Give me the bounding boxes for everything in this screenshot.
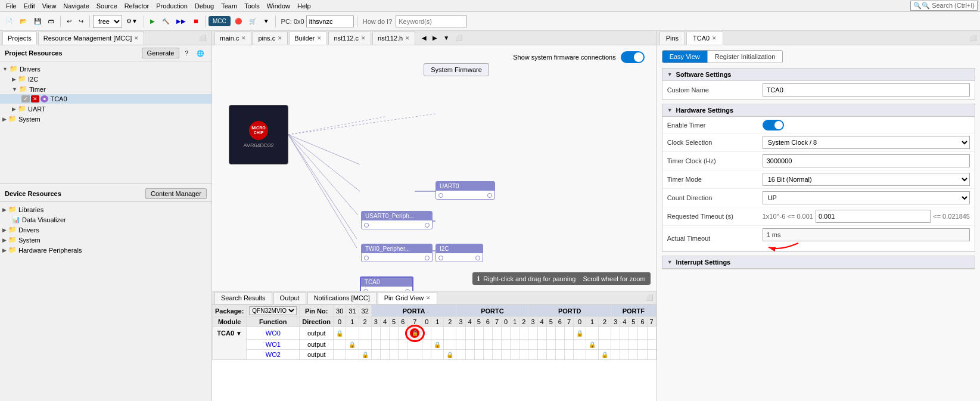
tab-pins[interactable]: Pins	[659, 32, 685, 45]
tree-uart[interactable]: ▶ 📁 UART	[0, 104, 211, 114]
wo0-pc6[interactable]	[483, 327, 492, 340]
wo2-pa2-lock[interactable]: 🔒	[362, 352, 369, 358]
debug-run-btn[interactable]: ▶▶	[173, 16, 189, 26]
firmware-toggle[interactable]	[621, 51, 645, 63]
wo0-pf2[interactable]	[599, 327, 611, 340]
wo2-pc5[interactable]	[474, 350, 483, 360]
wo1-pc1-lock[interactable]: 🔒	[434, 341, 441, 348]
help-btn[interactable]: ?	[182, 48, 191, 58]
menu-production[interactable]: Production	[153, 1, 191, 11]
cart-btn[interactable]: 🛒	[246, 16, 259, 26]
extra-btn2[interactable]: ▼	[260, 16, 272, 26]
tree-system[interactable]: ▶ 📁 System	[0, 114, 211, 124]
wo0-pd7[interactable]	[564, 327, 573, 340]
tab-pin-grid-close[interactable]: ✕	[426, 295, 431, 301]
menu-source[interactable]: Source	[93, 1, 121, 11]
tree-hw-peripherals[interactable]: ▶ 📁 Hardware Peripherals	[0, 245, 211, 255]
wo0-pd5[interactable]	[546, 327, 555, 340]
menu-view[interactable]: View	[39, 1, 60, 11]
tab-pins-c[interactable]: pins.c ✕	[253, 32, 288, 45]
tab-builder-close[interactable]: ✕	[317, 35, 322, 41]
wo0-pd3[interactable]	[528, 327, 537, 340]
wo1-pa7[interactable]	[407, 340, 422, 350]
wo1-pf4[interactable]	[620, 340, 629, 350]
wo2-pc2-lock[interactable]: 🔒	[446, 352, 453, 358]
wo2-pc6[interactable]	[483, 350, 492, 360]
tree-timer[interactable]: ▼ 📁 Timer	[0, 84, 211, 94]
wo2-pc2[interactable]: 🔒	[444, 350, 456, 360]
tab-main-c-close[interactable]: ✕	[241, 35, 246, 41]
build-btn[interactable]: ▶	[147, 16, 158, 26]
wo2-link[interactable]: WO2	[266, 351, 281, 358]
wo0-pd4[interactable]	[537, 327, 546, 340]
wo2-pd0[interactable]	[502, 350, 511, 360]
wo2-pa0[interactable]	[334, 350, 346, 360]
wo1-pa3[interactable]	[371, 340, 380, 350]
wo1-pa6[interactable]	[399, 340, 407, 350]
minimize-left-btn[interactable]: ⬜	[196, 33, 209, 43]
wo0-pa7-lock[interactable]: 🔒	[410, 328, 419, 338]
tree-dev-system[interactable]: ▶ 📁 System	[0, 235, 211, 245]
wo1-pa2[interactable]	[359, 340, 371, 350]
tab-nst112-h[interactable]: nst112.h ✕	[372, 32, 415, 45]
menu-debug[interactable]: Debug	[191, 1, 217, 11]
tab-nst112-h-close[interactable]: ✕	[405, 35, 410, 41]
wo2-pf2-lock[interactable]: 🔒	[601, 352, 608, 358]
wo0-pa4[interactable]	[380, 327, 389, 340]
wo0-pf4[interactable]	[620, 327, 629, 340]
wo1-pd1[interactable]	[511, 340, 519, 350]
wo0-pa3[interactable]	[371, 327, 380, 340]
global-search[interactable]: 🔍 🔍 Search (Ctrl+I)	[910, 1, 978, 11]
twi0-node[interactable]: TWI0_Peripher...	[361, 244, 433, 262]
tree-i2c[interactable]: ▶ 📁 I2C	[0, 74, 211, 84]
wo0-pd6[interactable]	[555, 327, 564, 340]
wo1-link[interactable]: WO1	[266, 341, 281, 348]
wo1-pf1[interactable]: 🔒	[586, 340, 599, 350]
wo0-pa0-lock[interactable]: 🔒	[336, 330, 343, 337]
wo0-pa2[interactable]	[359, 327, 371, 340]
wo2-pc4[interactable]	[465, 350, 474, 360]
wo1-pf5[interactable]	[629, 340, 638, 350]
wo2-pa5[interactable]	[390, 350, 399, 360]
wo2-pf2[interactable]: 🔒	[599, 350, 611, 360]
wo0-pa6[interactable]	[399, 327, 407, 340]
wo1-pf2[interactable]	[599, 340, 611, 350]
wo2-pc0[interactable]	[422, 350, 431, 360]
wo2-pd5[interactable]	[546, 350, 555, 360]
interrupt-settings-header[interactable]: ▼ Interrupt Settings	[662, 256, 975, 269]
easy-view-tab[interactable]: Easy View	[662, 51, 707, 63]
custom-name-input[interactable]	[763, 83, 970, 97]
wo1-pd2[interactable]	[519, 340, 528, 350]
wo2-pf6[interactable]	[638, 350, 647, 360]
canvas[interactable]: Show system firmware connections System …	[212, 45, 657, 291]
right-maximize[interactable]: ⬜	[968, 33, 978, 42]
save-btn[interactable]: 💾	[31, 16, 44, 26]
wo1-pf3[interactable]	[611, 340, 620, 350]
enable-timer-toggle[interactable]	[763, 120, 784, 130]
wo1-pa4[interactable]	[380, 340, 389, 350]
wo0-pc5[interactable]	[474, 327, 483, 340]
wo1-pa5[interactable]	[390, 340, 399, 350]
wo2-pa6[interactable]	[399, 350, 407, 360]
timeout-input[interactable]	[816, 210, 931, 223]
content-manager-btn[interactable]: Content Manager	[145, 188, 207, 199]
tab-resource-management-close[interactable]: ✕	[134, 35, 139, 41]
wo0-pc1[interactable]	[431, 327, 444, 340]
wo0-pc2[interactable]	[444, 327, 456, 340]
open-btn[interactable]: 📂	[17, 16, 30, 26]
package-select[interactable]: QFN32MVIO	[249, 306, 297, 315]
count-direction-select[interactable]: UP	[763, 191, 970, 204]
wo1-pc5[interactable]	[474, 340, 483, 350]
menu-team[interactable]: Team	[217, 1, 241, 11]
tree-libraries[interactable]: ▶ 📁 Libraries	[0, 204, 211, 215]
wo1-pc7[interactable]	[492, 340, 501, 350]
globe-btn[interactable]: 🌐	[194, 48, 207, 58]
config-btn[interactable]: ⚙▼	[123, 16, 141, 26]
clean-btn[interactable]: 🔨	[159, 16, 172, 26]
pin-grid-area[interactable]: Package: QFN32MVIO Pin No: 3	[212, 304, 657, 401]
wo1-pf0[interactable]	[574, 340, 586, 350]
wo1-pf1-lock[interactable]: 🔒	[589, 341, 596, 348]
wo1-pd7[interactable]	[564, 340, 573, 350]
tree-dev-drivers[interactable]: ▶ 📁 Drivers	[0, 225, 211, 235]
timer-clock-input[interactable]	[763, 154, 970, 167]
